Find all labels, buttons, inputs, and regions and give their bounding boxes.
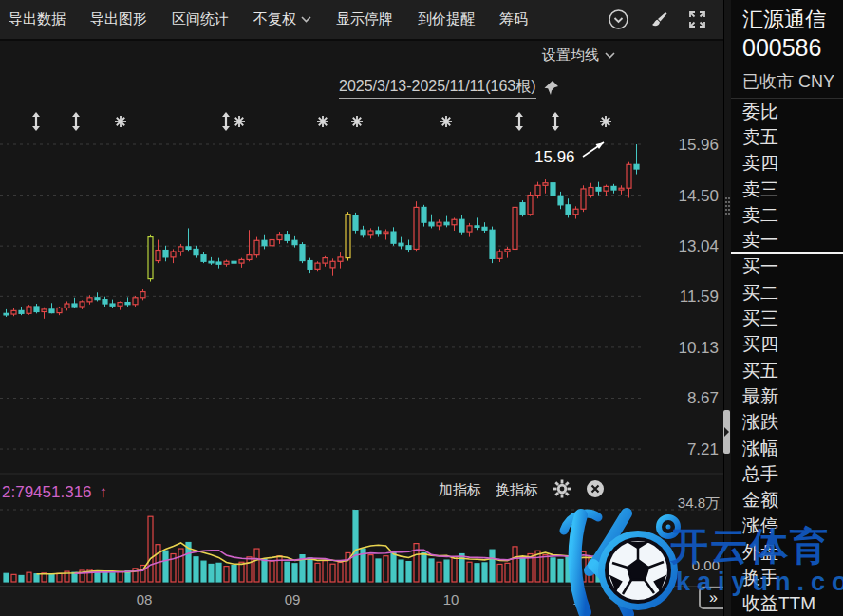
toolbar-item-5[interactable]: 到价提醒 [418, 10, 475, 28]
volume-bar [634, 549, 639, 582]
gear-icon[interactable] [553, 479, 571, 501]
candle-body [315, 263, 320, 269]
volume-bar [262, 559, 267, 582]
quote-row-7: 买二 [731, 280, 843, 306]
quote-row-label: 涨跌 [742, 410, 778, 435]
event-updown-icon[interactable] [32, 126, 40, 131]
candle-body [604, 186, 609, 191]
stock-code: 000586 [742, 34, 821, 62]
quote-row-label: 卖五 [742, 125, 778, 150]
quote-row-label: 买三 [742, 307, 778, 331]
candle-body [422, 207, 426, 222]
fullscreen-icon[interactable] [686, 9, 708, 30]
panel-divider[interactable] [723, 0, 731, 616]
volume-bar [224, 567, 229, 582]
toolbar-item-label: 导出数据 [9, 10, 66, 28]
volume-bar [315, 563, 320, 582]
volume-bar [406, 562, 411, 582]
toolbar: 导出数据导出图形区间统计不复权显示停牌到价提醒筹码 [0, 0, 723, 41]
event-star-icon[interactable] [237, 120, 241, 123]
event-updown-icon[interactable] [222, 112, 230, 117]
chevron-down-icon [605, 52, 615, 59]
scrollbar-thumb[interactable] [723, 410, 730, 454]
toolbar-item-label: 筹码 [499, 10, 528, 28]
candle-body [619, 188, 624, 190]
volume-ma-readout: 2:79451.316 ↑ [2, 483, 107, 502]
quote-row-label: 卖三 [742, 177, 778, 202]
event-star-icon[interactable] [355, 120, 359, 123]
event-updown-icon[interactable] [72, 126, 80, 131]
quote-row-8: 买三 [731, 306, 843, 331]
quote-row-label: 买四 [742, 332, 778, 357]
candle-body [475, 226, 479, 228]
date-range-selector[interactable]: 2025/3/13-2025/11/11(163根) [339, 77, 559, 99]
toolbar-item-6[interactable]: 筹码 [499, 10, 528, 28]
candle-body [573, 209, 578, 215]
volume-bar [475, 564, 479, 582]
volume-bar [573, 562, 578, 582]
quote-row-label: 委比 [742, 100, 778, 124]
candle-body [178, 247, 183, 252]
stock-name: 汇源通信 [742, 6, 826, 34]
candle-body [80, 302, 84, 307]
quote-row-15: 金额 [731, 487, 843, 513]
volume-ma-value: 2:79451.316 [2, 483, 92, 502]
toolbar-item-4[interactable]: 显示停牌 [336, 10, 393, 28]
time-tick-label: 08 [128, 591, 160, 607]
event-updown-icon[interactable] [32, 112, 40, 117]
candle-body [505, 249, 510, 252]
event-updown-icon[interactable] [552, 112, 559, 117]
event-updown-icon[interactable] [222, 126, 230, 131]
time-tick-label: 11 [564, 591, 596, 607]
candle-body [103, 300, 107, 304]
add-indicator-button[interactable]: 加指标 [439, 481, 481, 499]
quote-row-label: 卖二 [742, 203, 778, 228]
volume-bar [194, 557, 198, 582]
event-updown-icon[interactable] [515, 126, 523, 131]
quote-row-label: 卖一 [742, 228, 778, 252]
candle-body [57, 308, 62, 312]
event-star-icon[interactable] [119, 120, 122, 123]
volume-bar [566, 556, 571, 582]
candle-body [110, 304, 115, 306]
volume-bar [611, 564, 616, 582]
pin-icon[interactable] [543, 80, 559, 96]
quote-row-4: 卖二 [731, 202, 843, 228]
toolbar-item-3[interactable]: 不复权 [253, 10, 311, 28]
ma-settings-button[interactable]: 设置均线 [0, 47, 615, 65]
candle-body [551, 183, 555, 196]
switch-indicator-button[interactable]: 换指标 [496, 481, 538, 499]
chevron-down-icon [301, 16, 311, 23]
event-star-icon[interactable] [321, 120, 325, 123]
candle-body [535, 185, 540, 195]
event-updown-icon[interactable] [72, 112, 80, 117]
toolbar-item-2[interactable]: 区间统计 [172, 10, 229, 28]
candle-body [277, 235, 282, 240]
close-indicator-icon[interactable] [586, 479, 605, 501]
volume-bar [452, 557, 457, 582]
event-updown-icon[interactable] [552, 126, 559, 131]
app-window: 导出数据导出图形区间统计不复权显示停牌到价提醒筹码 [0, 0, 843, 616]
brush-icon[interactable] [647, 9, 668, 30]
candle-body [346, 215, 350, 258]
quote-row-label: 收益TTM [742, 591, 815, 616]
collapse-circle-icon[interactable] [608, 9, 629, 30]
toolbar-item-1[interactable]: 导出图形 [90, 10, 147, 28]
candle-body [42, 309, 47, 312]
price-tick-label: 8.67 [650, 389, 719, 408]
candle-body [19, 310, 24, 313]
volume-bar [581, 551, 586, 582]
volume-bar [201, 561, 206, 582]
toolbar-item-0[interactable]: 导出数据 [9, 10, 66, 28]
volume-bar [353, 511, 358, 582]
candle-body [323, 258, 328, 264]
volume-bar [308, 558, 312, 582]
candle-body [292, 240, 297, 244]
candle-body [72, 304, 77, 307]
event-star-icon[interactable] [604, 120, 608, 123]
candle-body [384, 232, 388, 234]
event-updown-icon[interactable] [515, 112, 523, 117]
quote-row-label: 换手 [742, 566, 778, 590]
event-star-icon[interactable] [444, 120, 448, 123]
candle-body [163, 251, 168, 257]
